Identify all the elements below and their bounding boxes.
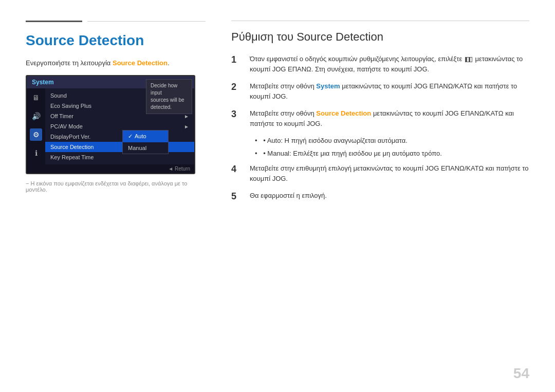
step-4: 4 Μεταβείτε στην επιθυμητή επιλογή μετακ… bbox=[231, 163, 529, 183]
icon-monitor: 🖥 bbox=[30, 91, 42, 104]
menu-item-sourcedetection: Source Detection bbox=[45, 142, 194, 152]
submenu-auto: ✓Auto bbox=[123, 130, 168, 142]
step-1: 1 Όταν εμφανιστεί ο οδηγός κουμπιών ρυθμ… bbox=[231, 54, 529, 74]
step-2: 2 Μεταβείτε στην οθόνη System μετακινώντ… bbox=[231, 81, 529, 101]
step-3: 3 Μεταβείτε στην οθόνη Source Detection … bbox=[231, 108, 529, 128]
section-title: Source Detection bbox=[26, 32, 206, 49]
return-bar: ◄ Return bbox=[27, 164, 194, 173]
page-number: 54 bbox=[513, 365, 529, 382]
steps-list: 1 Όταν εμφανιστεί ο οδηγός κουμπιών ρυθμ… bbox=[231, 54, 529, 203]
top-rule-right bbox=[231, 21, 529, 21]
submenu-panel: ✓Auto Manual bbox=[122, 130, 169, 154]
enable-text: Ενεργοποιήστε τη λειτουργία Source Detec… bbox=[26, 59, 206, 67]
top-line-short bbox=[26, 21, 82, 22]
bullet-auto: • Auto: Η πηγή εισόδου αναγνωρίζεται αυτ… bbox=[255, 136, 529, 146]
menu-body: 🖥 🔊 ⚙ ℹ Sound► Eco Saving PlusOff Off Ti… bbox=[27, 88, 194, 164]
bullet-section: • Auto: Η πηγή εισόδου αναγνωρίζεται αυτ… bbox=[231, 136, 529, 158]
right-column: Ρύθμιση του Source Detection 1 Όταν εμφα… bbox=[221, 21, 529, 377]
grid-icon bbox=[465, 57, 472, 62]
monitor-screen: System 🖥 🔊 ⚙ ℹ Sound► Eco Saving PlusOff bbox=[26, 75, 195, 174]
menu-item-keyrepeat: Key Repeat Time bbox=[45, 152, 194, 162]
top-line-long bbox=[87, 21, 206, 22]
icon-sound: 🔊 bbox=[30, 110, 42, 122]
menu-icons: 🖥 🔊 ⚙ ℹ bbox=[27, 88, 45, 164]
menu-item-displayport: DisplayPort Ver. bbox=[45, 132, 194, 142]
right-title: Ρύθμιση του Source Detection bbox=[231, 30, 529, 44]
bullet-list: • Auto: Η πηγή εισόδου αναγνωρίζεται αυτ… bbox=[250, 136, 529, 158]
menu-item-pcav: PC/AV Mode► bbox=[45, 121, 194, 132]
note-text: − Η εικόνα που εμφανίζεται ενδέχεται να … bbox=[26, 180, 206, 193]
submenu-manual: Manual bbox=[123, 142, 168, 154]
tooltip-box: Decide how input sources will be detecte… bbox=[146, 79, 192, 114]
step-5: 5 Θα εφαρμοστεί η επιλογή. bbox=[231, 191, 529, 203]
left-column: Source Detection Ενεργοποιήστε τη λειτου… bbox=[26, 21, 221, 377]
bullet-manual: • Manual: Επιλέξτε μια πηγή εισόδου με μ… bbox=[255, 148, 529, 159]
icon-info: ℹ bbox=[30, 147, 42, 159]
icon-system: ⚙ bbox=[30, 128, 42, 141]
